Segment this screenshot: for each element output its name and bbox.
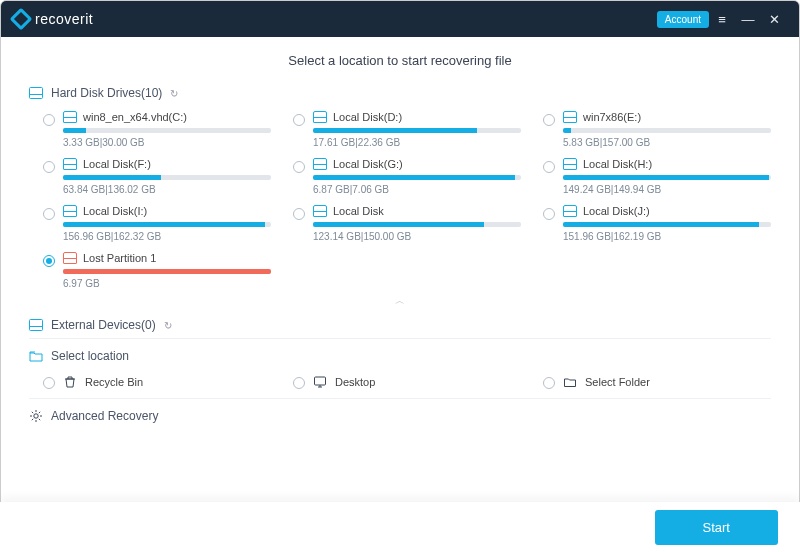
section-hard-disk-drives: Hard Disk Drives(10) ↻	[29, 82, 771, 104]
drive-body: Local Disk(I:)156.96 GB|162.32 GB	[63, 205, 271, 242]
drive-radio[interactable]	[293, 114, 305, 126]
drive-item[interactable]: Local Disk(G:)6.87 GB|7.06 GB	[293, 155, 521, 198]
lost-partition-icon	[63, 252, 77, 264]
drive-size: 17.61 GB|22.36 GB	[313, 137, 521, 148]
usage-bar	[63, 269, 271, 274]
drive-name: Local Disk(G:)	[333, 158, 403, 170]
section-label: External Devices(0)	[51, 318, 156, 332]
recycle-bin-icon	[63, 375, 77, 389]
drive-item[interactable]: Local Disk(D:)17.61 GB|22.36 GB	[293, 108, 521, 151]
section-external-devices: External Devices(0) ↻	[29, 314, 771, 336]
svg-rect-2	[30, 320, 43, 331]
usage-bar	[563, 222, 771, 227]
titlebar: recoverit Account ≡ — ✕	[1, 1, 799, 37]
account-button[interactable]: Account	[657, 11, 709, 28]
disk-icon	[63, 111, 77, 123]
location-item[interactable]: Desktop	[293, 371, 521, 392]
location-radio[interactable]	[543, 377, 555, 389]
folder-icon	[563, 375, 577, 389]
drive-item[interactable]: Local Disk123.14 GB|150.00 GB	[293, 202, 521, 245]
brand: recoverit	[13, 11, 93, 27]
drive-name: Local Disk	[333, 205, 384, 217]
drive-radio[interactable]	[43, 255, 55, 267]
drive-body: Local Disk(G:)6.87 GB|7.06 GB	[313, 158, 521, 195]
drive-size: 156.96 GB|162.32 GB	[63, 231, 271, 242]
brand-logo-icon	[10, 8, 33, 31]
usage-bar	[313, 222, 521, 227]
desktop-icon	[313, 375, 327, 389]
refresh-icon[interactable]: ↻	[170, 88, 178, 99]
drive-item[interactable]: win8_en_x64.vhd(C:)3.33 GB|30.00 GB	[43, 108, 271, 151]
drive-radio[interactable]	[43, 161, 55, 173]
location-item[interactable]: Select Folder	[543, 371, 771, 392]
drive-body: Local Disk(F:)63.84 GB|136.02 GB	[63, 158, 271, 195]
drive-radio[interactable]	[543, 208, 555, 220]
location-name: Desktop	[335, 376, 375, 388]
location-name: Recycle Bin	[85, 376, 143, 388]
disk-icon	[563, 111, 577, 123]
usage-bar	[63, 222, 271, 227]
disk-icon	[63, 158, 77, 170]
section-label: Advanced Recovery	[51, 409, 158, 423]
disk-icon	[313, 158, 327, 170]
drive-name: Lost Partition 1	[83, 252, 156, 264]
disk-icon	[563, 205, 577, 217]
drive-item[interactable]: Local Disk(J:)151.96 GB|162.19 GB	[543, 202, 771, 245]
external-device-icon	[29, 319, 43, 331]
menu-icon[interactable]: ≡	[709, 6, 735, 32]
svg-point-5	[34, 414, 38, 418]
drive-item[interactable]: Local Disk(H:)149.24 GB|149.94 GB	[543, 155, 771, 198]
drive-item[interactable]: Lost Partition 16.97 GB	[43, 249, 271, 292]
drive-item[interactable]: Local Disk(F:)63.84 GB|136.02 GB	[43, 155, 271, 198]
drive-size: 6.87 GB|7.06 GB	[313, 184, 521, 195]
collapse-icon[interactable]: ︿	[29, 292, 771, 314]
drive-body: Local Disk(D:)17.61 GB|22.36 GB	[313, 111, 521, 148]
drive-radio[interactable]	[43, 208, 55, 220]
usage-bar	[563, 128, 771, 133]
drive-item[interactable]: win7x86(E:)5.83 GB|157.00 GB	[543, 108, 771, 151]
drive-size: 149.24 GB|149.94 GB	[563, 184, 771, 195]
section-label: Select location	[51, 349, 129, 363]
drive-name: Local Disk(I:)	[83, 205, 147, 217]
brand-text: recoverit	[35, 11, 93, 27]
location-radio[interactable]	[293, 377, 305, 389]
page-title: Select a location to start recovering fi…	[29, 53, 771, 68]
close-icon[interactable]: ✕	[761, 6, 787, 32]
drive-radio[interactable]	[293, 161, 305, 173]
usage-bar	[313, 175, 521, 180]
gear-icon	[29, 409, 43, 423]
drive-size: 123.14 GB|150.00 GB	[313, 231, 521, 242]
main-content: Select a location to start recovering fi…	[1, 37, 799, 501]
footer: Start	[0, 502, 800, 552]
drive-body: Local Disk(J:)151.96 GB|162.19 GB	[563, 205, 771, 242]
drive-body: win7x86(E:)5.83 GB|157.00 GB	[563, 111, 771, 148]
drive-radio[interactable]	[43, 114, 55, 126]
svg-rect-0	[30, 88, 43, 99]
drive-item[interactable]: Local Disk(I:)156.96 GB|162.32 GB	[43, 202, 271, 245]
drive-radio[interactable]	[543, 114, 555, 126]
drive-body: Lost Partition 16.97 GB	[63, 252, 271, 289]
drive-radio[interactable]	[293, 208, 305, 220]
location-radio[interactable]	[43, 377, 55, 389]
drive-size: 151.96 GB|162.19 GB	[563, 231, 771, 242]
drive-radio[interactable]	[543, 161, 555, 173]
section-advanced-recovery[interactable]: Advanced Recovery	[29, 405, 771, 427]
usage-bar	[313, 128, 521, 133]
drive-size: 3.33 GB|30.00 GB	[63, 137, 271, 148]
drive-size: 5.83 GB|157.00 GB	[563, 137, 771, 148]
start-button[interactable]: Start	[655, 510, 778, 545]
drive-name: win7x86(E:)	[583, 111, 641, 123]
drive-name: Local Disk(F:)	[83, 158, 151, 170]
minimize-icon[interactable]: —	[735, 6, 761, 32]
location-item[interactable]: Recycle Bin	[43, 371, 271, 392]
location-name: Select Folder	[585, 376, 650, 388]
drive-body: win8_en_x64.vhd(C:)3.33 GB|30.00 GB	[63, 111, 271, 148]
usage-bar	[63, 128, 271, 133]
refresh-icon[interactable]: ↻	[164, 320, 172, 331]
drive-size: 63.84 GB|136.02 GB	[63, 184, 271, 195]
usage-bar	[563, 175, 771, 180]
drive-name: win8_en_x64.vhd(C:)	[83, 111, 187, 123]
drive-name: Local Disk(J:)	[583, 205, 650, 217]
disk-icon	[313, 205, 327, 217]
drive-size: 6.97 GB	[63, 278, 271, 289]
